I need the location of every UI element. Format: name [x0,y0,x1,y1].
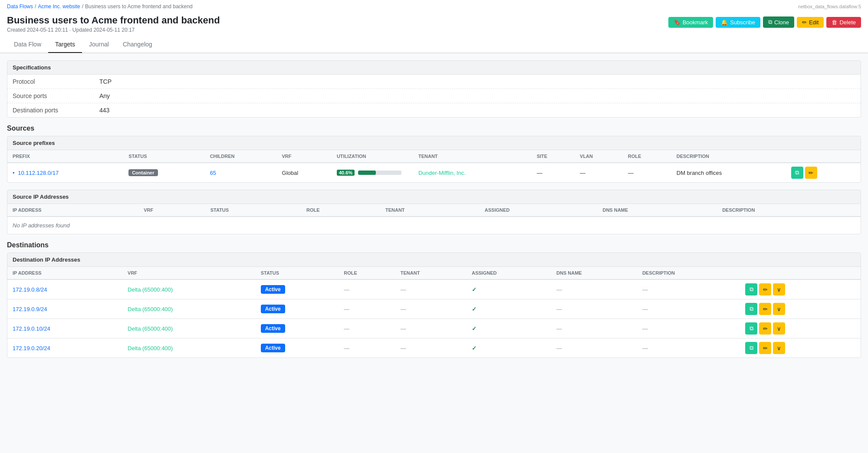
bookmark-button[interactable]: 🔖 Bookmark [668,17,713,28]
copy-button[interactable]: ⧉ [745,283,757,295]
copy-button[interactable]: ⧉ [745,322,757,335]
dest-col-ip: IP ADDRESS [7,267,122,279]
dest-ip-link[interactable]: 172.19.0.20/24 [13,345,50,351]
tab-changelog[interactable]: Changelog [116,36,159,53]
dest-ip-link[interactable]: 172.19.0.8/24 [13,286,47,293]
dest-ip-link[interactable]: 172.19.0.9/24 [13,306,47,312]
col-tenant: TENANT [413,150,532,163]
col-assigned: ASSIGNED [480,204,598,217]
col-role: ROLE [301,204,380,217]
tab-data-flow[interactable]: Data Flow [7,36,48,53]
dest-desc-cell: — [637,299,740,319]
active-badge: Active [261,305,285,313]
table-row: • 10.112.128.0/17 Container 65 Global 40… [7,163,861,182]
dest-vrf-link[interactable]: Delta (65000:400) [128,306,173,312]
dest-col-assigned: ASSIGNED [467,267,551,279]
tab-targets[interactable]: Targets [48,36,82,53]
source-ip-header: Source IP Addresses [7,190,861,204]
chevron-button[interactable]: ∨ [773,283,785,295]
dest-actions-cell: ⧉ ✏ ∨ [740,299,861,319]
dest-col-vrf: VRF [122,267,256,279]
edit-row-button[interactable]: ✏ [759,283,771,295]
dest-ip-cell: 172.19.0.8/24 [7,279,122,299]
dest-dns-cell: — [551,338,637,358]
sources-title: Sources [7,125,861,132]
vlan-cell: — [575,163,623,182]
edit-row-button[interactable]: ✏ [759,303,771,315]
dest-vrf-cell: Delta (65000:400) [122,319,256,338]
source-ip-table: IP ADDRESS VRF STATUS ROLE TENANT ASSIGN… [7,204,861,234]
dest-vrf-link[interactable]: Delta (65000:400) [128,345,173,351]
row-actions: ⧉ ✏ [791,167,855,179]
edit-row-button[interactable]: ✏ [759,342,771,354]
dest-role-cell: — [339,338,395,358]
dest-desc-cell: — [637,279,740,299]
copy-button[interactable]: ⧉ [745,303,757,315]
dest-status-cell: Active [256,299,339,319]
dest-vrf-link[interactable]: Delta (65000:400) [128,325,173,332]
dest-tenant-cell: — [395,319,467,338]
destination-ip-header: Destination IP Addresses [7,253,861,267]
edit-button[interactable]: ✏ Edit [797,17,824,28]
col-actions [786,150,861,163]
copy-button[interactable]: ⧉ [791,167,803,179]
dest-actions-cell: ⧉ ✏ ∨ [740,319,861,338]
dest-col-tenant: TENANT [395,267,467,279]
table-row: 172.19.0.20/24 Delta (65000:400) Active … [7,338,861,358]
assigned-check: ✓ [472,325,477,332]
dest-col-desc: DESCRIPTION [637,267,740,279]
copy-button[interactable]: ⧉ [745,342,757,354]
dest-ip-cell: 172.19.0.9/24 [7,299,122,319]
breadcrumb-acme[interactable]: Acme Inc. website [38,3,80,10]
site-cell: — [532,163,575,182]
prefix-cell: • 10.112.128.0/17 [7,163,123,182]
col-role: ROLE [623,150,671,163]
dest-vrf-link[interactable]: Delta (65000:400) [128,286,173,293]
dest-ip-cell: 172.19.0.20/24 [7,338,122,358]
tenant-link[interactable]: Dunder-Mifflin, Inc. [418,170,466,176]
specifications-table: Protocol TCP Source ports Any Destinatio… [7,75,861,117]
col-children: CHILDREN [205,150,277,163]
dest-vrf-cell: Delta (65000:400) [122,279,256,299]
source-prefixes-table: PREFIX STATUS CHILDREN VRF UTILIZATION T… [7,150,861,182]
row-actions-cell: ⧉ ✏ [786,163,861,182]
edit-row-button[interactable]: ✏ [759,322,771,335]
edit-row-button[interactable]: ✏ [805,167,817,179]
dest-ip-link[interactable]: 172.19.0.10/24 [13,325,50,332]
dest-desc-cell: — [637,319,740,338]
destinations-title: Destinations [7,241,861,249]
bookmark-icon: 🔖 [674,19,681,26]
breadcrumb: Data Flows / Acme Inc. website / Busines… [0,0,200,13]
col-tenant: TENANT [380,204,480,217]
dest-col-role: ROLE [339,267,395,279]
col-utilization: UTILIZATION [332,150,413,163]
assigned-check: ✓ [472,345,477,351]
chevron-button[interactable]: ∨ [773,303,785,315]
dest-role-cell: — [339,299,395,319]
breadcrumb-data-flows[interactable]: Data Flows [7,3,33,10]
row-actions: ⧉ ✏ ∨ [745,322,855,335]
delete-button[interactable]: 🗑 Delete [826,17,861,28]
active-badge: Active [261,324,285,333]
chevron-button[interactable]: ∨ [773,322,785,335]
tab-journal[interactable]: Journal [82,36,116,53]
col-description: DESCRIPTION [671,150,786,163]
dest-col-dns: DNS NAME [551,267,637,279]
assigned-check: ✓ [472,306,477,312]
breadcrumb-current: Business users to Acme frontend and back… [85,3,192,10]
children-cell: 65 [205,163,277,182]
dest-role-cell: — [339,279,395,299]
dest-tenant-cell: — [395,299,467,319]
clone-icon: ⧉ [768,19,772,26]
chevron-button[interactable]: ∨ [773,342,785,354]
prefix-status-cell: Container [123,163,204,182]
children-count: 65 [210,170,216,176]
vrf-cell: Global [277,163,332,182]
subscribe-button[interactable]: 🔔 Subscribe [716,17,760,28]
col-vrf: VRF [138,204,205,217]
clone-button[interactable]: ⧉ Clone [763,16,794,28]
dest-col-actions [740,267,861,279]
prefix-dot: • [13,170,15,176]
assigned-check: ✓ [472,286,477,293]
prefix-link[interactable]: 10.112.128.0/17 [18,170,59,176]
